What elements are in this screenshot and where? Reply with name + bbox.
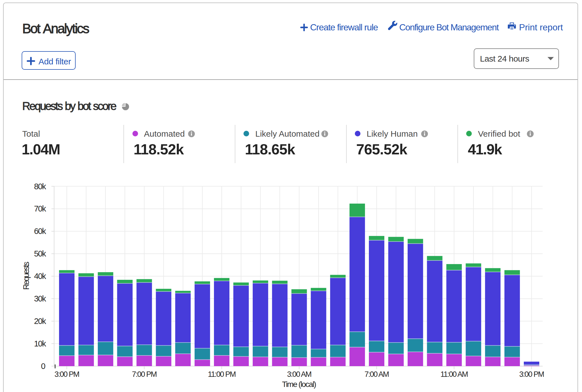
svg-text:10k: 10k xyxy=(34,339,46,348)
svg-text:30k: 30k xyxy=(34,294,46,303)
svg-text:Time (local): Time (local) xyxy=(282,380,316,389)
svg-text:3:00 PM: 3:00 PM xyxy=(519,370,544,379)
svg-text:11:00 AM: 11:00 AM xyxy=(441,370,468,379)
svg-text:Requests: Requests xyxy=(22,262,31,290)
svg-text:3:00 PM: 3:00 PM xyxy=(55,370,79,379)
svg-text:40k: 40k xyxy=(34,272,46,281)
svg-text:70k: 70k xyxy=(34,204,46,213)
svg-text:7:00 AM: 7:00 AM xyxy=(365,370,389,379)
svg-text:0: 0 xyxy=(41,362,46,371)
svg-text:3:00 AM: 3:00 AM xyxy=(287,370,311,379)
svg-text:80k: 80k xyxy=(34,182,46,191)
svg-text:7:00 PM: 7:00 PM xyxy=(132,370,157,379)
svg-text:60k: 60k xyxy=(34,227,46,236)
svg-text:50k: 50k xyxy=(34,249,46,258)
svg-text:11:00 PM: 11:00 PM xyxy=(208,370,236,379)
svg-text:20k: 20k xyxy=(34,317,46,326)
